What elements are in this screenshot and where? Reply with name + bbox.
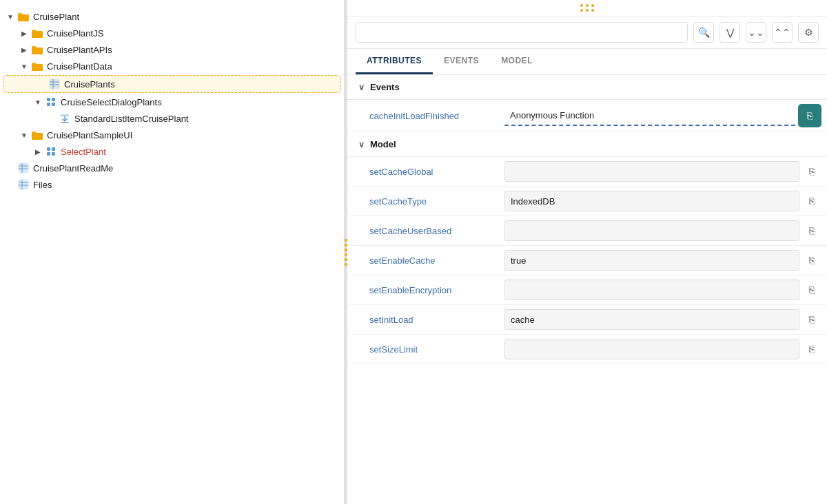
prop-name-setSizeLimit: setSizeLimit <box>347 339 499 360</box>
section-header-events[interactable]: ∨Events <box>347 75 827 100</box>
prop-name-setEnableEncryption: setEnableEncryption <box>347 280 499 301</box>
table-row: cacheInitLoadFinished⎘ <box>347 100 827 132</box>
svg-rect-13 <box>52 152 55 156</box>
copy-button-setCacheType[interactable]: ⎘ <box>802 191 821 211</box>
label-cruiseselectdialogplants: CruiseSelectDialogPlants <box>61 97 162 107</box>
prop-name-setInitLoad: setInitLoad <box>347 309 499 330</box>
tree-item-cruiseplants[interactable]: CruisePlants <box>3 75 341 93</box>
label-cruiseplantsampleui: CruisePlantSampleUI <box>47 130 132 140</box>
prop-value-cell-setSizeLimit: ⎘ <box>499 335 827 364</box>
icon-cruiseselectdialogplants <box>45 96 57 108</box>
filter-button[interactable]: ⋁ <box>719 22 740 43</box>
icon-selectplant <box>45 145 57 158</box>
icon-cruiseplantdata <box>31 60 43 72</box>
copy-button-setInitLoad[interactable]: ⎘ <box>802 310 821 329</box>
arrow-cruiseplantapis <box>19 45 29 54</box>
icon-cruiseplantreadme <box>17 162 30 174</box>
tree-item-cruiseplantjs[interactable]: CruisePlantJS <box>0 25 344 41</box>
prop-input-setCacheType[interactable] <box>504 191 799 211</box>
table-row: setCacheType⎘ <box>347 187 827 216</box>
tab-model[interactable]: MODEL <box>490 49 544 74</box>
label-cruiseplants: CruisePlants <box>64 79 115 90</box>
arrow-cruiseplantdata <box>19 61 29 71</box>
left-panel: CruisePlant CruisePlantJS CruisePlantAPI… <box>0 0 345 504</box>
search-input[interactable] <box>356 22 688 43</box>
table-row: setEnableEncryption⎘ <box>347 275 827 305</box>
properties-table: ∨EventscacheInitLoadFinished⎘∨ModelsetCa… <box>347 75 827 504</box>
prop-name-setEnableCache: setEnableCache <box>347 250 499 271</box>
tree-item-cruiseplant[interactable]: CruisePlant <box>0 8 344 25</box>
drag-dots <box>580 4 595 12</box>
drag-handle[interactable] <box>347 0 827 17</box>
right-panel: 🔍 ⋁ ⌄⌄ ⌃⌃ ⚙ ATTRIBUTES EVENTS MODEL ∨Eve… <box>347 0 827 504</box>
prop-value-cell-setCacheType: ⎘ <box>499 187 827 216</box>
tree-item-files[interactable]: Files <box>0 176 344 193</box>
prop-input-setCacheGlobal[interactable] <box>504 161 799 182</box>
label-standardlistitemcruiseplant: StandardListItemCruisePlant <box>74 114 188 124</box>
tree-item-cruiseplantreadme[interactable]: CruisePlantReadMe <box>0 160 344 176</box>
svg-rect-4 <box>47 98 50 101</box>
tab-attributes[interactable]: ATTRIBUTES <box>356 49 433 74</box>
tab-events[interactable]: EVENTS <box>433 49 490 74</box>
copy-button-setCacheUserBased[interactable]: ⎘ <box>802 221 821 240</box>
search-button[interactable]: 🔍 <box>693 22 714 43</box>
prop-value-cell-setInitLoad: ⎘ <box>499 305 827 334</box>
copy-button-cacheInitLoadFinished[interactable]: ⎘ <box>798 104 821 127</box>
section-header-model[interactable]: ∨Model <box>347 132 827 157</box>
tree-item-standardlistitemcruiseplant[interactable]: StandardListItemCruisePlant <box>0 110 344 127</box>
svg-rect-10 <box>47 147 50 151</box>
tree-item-cruiseplantsampleui[interactable]: CruisePlantSampleUI <box>0 127 344 143</box>
tree-item-cruiseplantdata[interactable]: CruisePlantData <box>0 58 344 74</box>
label-cruiseplantjs: CruisePlantJS <box>47 28 103 39</box>
svg-rect-0 <box>50 79 59 89</box>
prop-value-cell-setEnableEncryption: ⎘ <box>499 275 827 304</box>
tree-item-cruiseplantapis[interactable]: CruisePlantAPIs <box>0 41 344 58</box>
prop-value-cell-setCacheGlobal: ⎘ <box>499 157 827 186</box>
svg-rect-12 <box>47 152 50 156</box>
copy-button-setCacheGlobal[interactable]: ⎘ <box>802 162 821 181</box>
prop-name-setCacheUserBased: setCacheUserBased <box>347 220 499 242</box>
prop-value-cell-cacheInitLoadFinished: ⎘ <box>499 100 827 132</box>
prop-input-setEnableCache[interactable] <box>504 250 799 271</box>
table-row: setCacheGlobal⎘ <box>347 157 827 187</box>
section-label-events: Events <box>370 82 400 92</box>
label-files: Files <box>33 180 52 190</box>
prop-input-cacheInitLoadFinished[interactable] <box>504 105 795 126</box>
tree-item-cruiseselectdialogplants[interactable]: CruiseSelectDialogPlants <box>0 94 344 110</box>
arrow-cruiseplant <box>6 12 15 21</box>
icon-cruiseplantapis <box>31 43 43 56</box>
label-cruiseplantreadme: CruisePlantReadMe <box>33 163 113 174</box>
tree-item-selectplant[interactable]: SelectPlant <box>0 143 344 160</box>
collapse-all-button[interactable]: ⌃⌃ <box>772 22 793 43</box>
svg-rect-11 <box>52 147 55 151</box>
icon-files <box>17 178 30 191</box>
icon-standardlistitemcruiseplant <box>59 112 71 125</box>
arrow-selectplant <box>33 147 43 156</box>
section-chevron-events: ∨ <box>358 83 365 92</box>
table-row: setSizeLimit⎘ <box>347 335 827 364</box>
arrow-cruiseplantsampleui <box>19 130 29 140</box>
section-chevron-model: ∨ <box>358 140 365 149</box>
icon-cruiseplants <box>48 78 61 90</box>
settings-button[interactable]: ⚙ <box>798 22 819 43</box>
panel-divider[interactable] <box>345 0 347 504</box>
svg-rect-5 <box>52 98 55 101</box>
arrow-cruiseplantjs <box>19 28 29 38</box>
prop-name-setCacheGlobal: setCacheGlobal <box>347 161 499 182</box>
copy-button-setSizeLimit[interactable]: ⎘ <box>802 339 821 359</box>
copy-button-setEnableEncryption[interactable]: ⎘ <box>802 280 821 300</box>
prop-name-setCacheType: setCacheType <box>347 191 499 212</box>
table-row: setEnableCache⎘ <box>347 246 827 275</box>
copy-button-setEnableCache[interactable]: ⎘ <box>802 251 821 270</box>
prop-input-setSizeLimit[interactable] <box>504 339 799 359</box>
prop-input-setCacheUserBased[interactable] <box>504 220 799 241</box>
icon-cruiseplantjs <box>31 27 43 39</box>
table-row: setCacheUserBased⎘ <box>347 216 827 246</box>
svg-rect-6 <box>47 103 50 106</box>
prop-value-cell-setCacheUserBased: ⎘ <box>499 216 827 245</box>
prop-name-cacheInitLoadFinished: cacheInitLoadFinished <box>347 105 499 127</box>
prop-input-setEnableEncryption[interactable] <box>504 280 799 300</box>
icon-cruiseplantsampleui <box>31 129 43 141</box>
expand-all-button[interactable]: ⌄⌄ <box>746 22 766 43</box>
prop-input-setInitLoad[interactable] <box>504 309 799 330</box>
